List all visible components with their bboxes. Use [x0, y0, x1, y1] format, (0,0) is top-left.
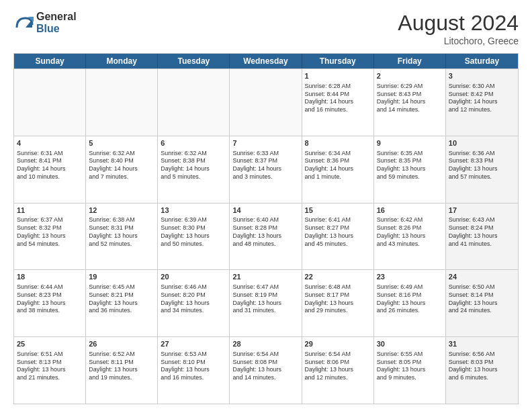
header-day-thursday: Thursday [302, 54, 374, 68]
cal-cell-3-3: 21Sunrise: 6:47 AM Sunset: 8:19 PM Dayli… [230, 270, 302, 336]
day-number: 28 [232, 339, 298, 349]
title-block: August 2024 Litochoro, Greece [398, 11, 519, 46]
day-info: Sunrise: 6:49 AM Sunset: 8:16 PM Dayligh… [377, 283, 443, 315]
day-info: Sunrise: 6:29 AM Sunset: 8:43 PM Dayligh… [377, 83, 443, 114]
header-day-friday: Friday [374, 54, 446, 68]
day-number: 3 [449, 71, 515, 81]
location: Litochoro, Greece [398, 36, 519, 46]
day-info: Sunrise: 6:32 AM Sunset: 8:40 PM Dayligh… [89, 150, 154, 181]
cal-cell-1-0: 4Sunrise: 6:31 AM Sunset: 8:41 PM Daylig… [14, 136, 86, 203]
cal-cell-4-4: 29Sunrise: 6:54 AM Sunset: 8:06 PM Dayli… [302, 337, 374, 404]
day-number: 8 [305, 138, 371, 148]
cal-cell-1-6: 10Sunrise: 6:36 AM Sunset: 8:33 PM Dayli… [446, 136, 518, 203]
day-info: Sunrise: 6:40 AM Sunset: 8:28 PM Dayligh… [232, 216, 298, 248]
calendar-row-3: 18Sunrise: 6:44 AM Sunset: 8:23 PM Dayli… [14, 269, 518, 336]
day-number: 23 [377, 272, 443, 282]
day-info: Sunrise: 6:37 AM Sunset: 8:32 PM Dayligh… [17, 216, 83, 248]
logo-line2: Blue [36, 23, 77, 35]
day-info: Sunrise: 6:50 AM Sunset: 8:14 PM Dayligh… [449, 283, 515, 315]
day-number: 17 [449, 205, 515, 216]
cal-cell-0-6: 3Sunrise: 6:30 AM Sunset: 8:42 PM Daylig… [446, 69, 518, 136]
page: General Blue August 2024 Litochoro, Gree… [0, 0, 532, 411]
cal-cell-1-5: 9Sunrise: 6:35 AM Sunset: 8:35 PM Daylig… [374, 136, 446, 203]
header-day-tuesday: Tuesday [158, 54, 230, 68]
day-info: Sunrise: 6:43 AM Sunset: 8:24 PM Dayligh… [449, 216, 515, 248]
calendar-row-0: 1Sunrise: 6:28 AM Sunset: 8:44 PM Daylig… [14, 68, 518, 136]
header-day-sunday: Sunday [14, 54, 86, 68]
day-info: Sunrise: 6:28 AM Sunset: 8:44 PM Dayligh… [305, 83, 371, 114]
cal-cell-3-5: 23Sunrise: 6:49 AM Sunset: 8:16 PM Dayli… [374, 270, 446, 336]
day-info: Sunrise: 6:51 AM Sunset: 8:13 PM Dayligh… [17, 351, 83, 382]
calendar-row-2: 11Sunrise: 6:37 AM Sunset: 8:32 PM Dayli… [14, 203, 518, 270]
calendar-body: 1Sunrise: 6:28 AM Sunset: 8:44 PM Daylig… [14, 68, 518, 404]
day-number: 26 [89, 339, 154, 349]
header-day-saturday: Saturday [446, 54, 518, 68]
cal-cell-0-4: 1Sunrise: 6:28 AM Sunset: 8:44 PM Daylig… [302, 69, 374, 136]
cal-cell-0-1 [86, 69, 158, 136]
day-info: Sunrise: 6:38 AM Sunset: 8:31 PM Dayligh… [89, 216, 154, 248]
day-number: 21 [232, 272, 298, 282]
header-day-monday: Monday [86, 54, 158, 68]
day-info: Sunrise: 6:35 AM Sunset: 8:35 PM Dayligh… [377, 150, 443, 181]
day-info: Sunrise: 6:53 AM Sunset: 8:10 PM Dayligh… [161, 351, 226, 382]
day-info: Sunrise: 6:31 AM Sunset: 8:41 PM Dayligh… [17, 150, 83, 181]
calendar-header: SundayMondayTuesdayWednesdayThursdayFrid… [14, 54, 518, 68]
day-info: Sunrise: 6:34 AM Sunset: 8:36 PM Dayligh… [305, 150, 371, 181]
day-info: Sunrise: 6:54 AM Sunset: 8:06 PM Dayligh… [305, 351, 371, 382]
day-number: 27 [161, 339, 226, 349]
cal-cell-1-2: 6Sunrise: 6:32 AM Sunset: 8:38 PM Daylig… [158, 136, 230, 203]
calendar: SundayMondayTuesdayWednesdayThursdayFrid… [13, 53, 519, 404]
day-number: 15 [305, 205, 371, 216]
cal-cell-2-4: 15Sunrise: 6:41 AM Sunset: 8:27 PM Dayli… [302, 203, 374, 270]
cal-cell-4-2: 27Sunrise: 6:53 AM Sunset: 8:10 PM Dayli… [158, 337, 230, 404]
day-info: Sunrise: 6:41 AM Sunset: 8:27 PM Dayligh… [305, 216, 371, 248]
cal-cell-2-5: 16Sunrise: 6:42 AM Sunset: 8:26 PM Dayli… [374, 203, 446, 270]
day-number: 7 [232, 138, 298, 148]
day-number: 29 [305, 339, 371, 349]
day-number: 31 [449, 339, 515, 349]
day-number: 10 [449, 138, 515, 148]
cal-cell-3-2: 20Sunrise: 6:46 AM Sunset: 8:20 PM Dayli… [158, 270, 230, 336]
cal-cell-3-0: 18Sunrise: 6:44 AM Sunset: 8:23 PM Dayli… [14, 270, 86, 336]
day-number: 16 [377, 205, 443, 216]
day-info: Sunrise: 6:56 AM Sunset: 8:03 PM Dayligh… [449, 351, 515, 382]
cal-cell-4-3: 28Sunrise: 6:54 AM Sunset: 8:08 PM Dayli… [230, 337, 302, 404]
day-info: Sunrise: 6:48 AM Sunset: 8:17 PM Dayligh… [305, 283, 371, 315]
day-info: Sunrise: 6:47 AM Sunset: 8:19 PM Dayligh… [232, 283, 298, 315]
day-number: 19 [89, 272, 154, 282]
cal-cell-0-5: 2Sunrise: 6:29 AM Sunset: 8:43 PM Daylig… [374, 69, 446, 136]
calendar-row-4: 25Sunrise: 6:51 AM Sunset: 8:13 PM Dayli… [14, 336, 518, 404]
day-number: 9 [377, 138, 443, 148]
cal-cell-4-0: 25Sunrise: 6:51 AM Sunset: 8:13 PM Dayli… [14, 337, 86, 404]
day-number: 20 [161, 272, 226, 282]
cal-cell-3-4: 22Sunrise: 6:48 AM Sunset: 8:17 PM Dayli… [302, 270, 374, 336]
day-number: 4 [17, 138, 83, 148]
cal-cell-1-1: 5Sunrise: 6:32 AM Sunset: 8:40 PM Daylig… [86, 136, 158, 203]
header-day-wednesday: Wednesday [230, 54, 302, 68]
day-number: 14 [232, 205, 298, 216]
cal-cell-2-1: 12Sunrise: 6:38 AM Sunset: 8:31 PM Dayli… [86, 203, 158, 270]
day-info: Sunrise: 6:39 AM Sunset: 8:30 PM Dayligh… [161, 216, 226, 248]
cal-cell-0-3 [230, 69, 302, 136]
cal-cell-2-3: 14Sunrise: 6:40 AM Sunset: 8:28 PM Dayli… [230, 203, 302, 270]
day-info: Sunrise: 6:30 AM Sunset: 8:42 PM Dayligh… [449, 83, 515, 114]
cal-cell-3-1: 19Sunrise: 6:45 AM Sunset: 8:21 PM Dayli… [86, 270, 158, 336]
day-number: 22 [305, 272, 371, 282]
cal-cell-0-0 [14, 69, 86, 136]
logo-line1: General [36, 11, 77, 23]
day-number: 6 [161, 138, 226, 148]
day-number: 30 [377, 339, 443, 349]
day-info: Sunrise: 6:36 AM Sunset: 8:33 PM Dayligh… [449, 150, 515, 181]
day-number: 24 [449, 272, 515, 282]
cal-cell-2-2: 13Sunrise: 6:39 AM Sunset: 8:30 PM Dayli… [158, 203, 230, 270]
day-info: Sunrise: 6:32 AM Sunset: 8:38 PM Dayligh… [161, 150, 226, 181]
cal-cell-4-6: 31Sunrise: 6:56 AM Sunset: 8:03 PM Dayli… [446, 337, 518, 404]
cal-cell-1-3: 7Sunrise: 6:33 AM Sunset: 8:37 PM Daylig… [230, 136, 302, 203]
day-info: Sunrise: 6:55 AM Sunset: 8:05 PM Dayligh… [377, 351, 443, 382]
cal-cell-3-6: 24Sunrise: 6:50 AM Sunset: 8:14 PM Dayli… [446, 270, 518, 336]
day-info: Sunrise: 6:44 AM Sunset: 8:23 PM Dayligh… [17, 283, 83, 315]
day-number: 25 [17, 339, 83, 349]
month-title: August 2024 [398, 11, 519, 36]
day-number: 13 [161, 205, 226, 216]
logo: General Blue [13, 11, 77, 34]
